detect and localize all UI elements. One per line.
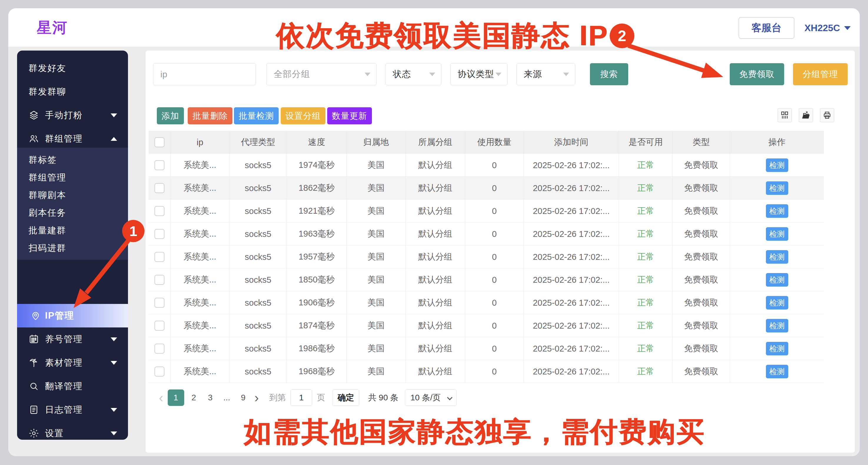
row-checkbox[interactable]: [154, 343, 164, 354]
cell-status: 正常: [619, 291, 673, 314]
confirm-page-button[interactable]: 确定: [332, 390, 359, 406]
sidebar-item-group-chat-script[interactable]: 群聊剧本: [17, 186, 128, 204]
cell-type: 免费领取: [673, 200, 730, 223]
row-checkbox[interactable]: [154, 229, 164, 239]
goto-page-input[interactable]: [290, 390, 312, 406]
columns-icon[interactable]: [778, 108, 792, 122]
sidebar-item-group-send-friends[interactable]: 群发好友: [17, 59, 128, 77]
batch-delete-button[interactable]: 批量删除: [188, 107, 232, 124]
sidebar-item-group-tags[interactable]: 群标签: [17, 151, 128, 169]
column-header: 操作: [730, 131, 824, 154]
select-all-checkbox[interactable]: [154, 137, 164, 147]
cell-actions: 检测: [730, 154, 824, 177]
sidebar-item-manual-fans[interactable]: 手动打粉: [17, 106, 128, 124]
cell-region: 美国: [347, 360, 406, 383]
sidebar-item-script-tasks[interactable]: 剧本任务: [17, 204, 128, 222]
cell-added-time: 2025-02-26 17:02:...: [524, 291, 619, 314]
prev-page-icon[interactable]: ‹: [156, 390, 166, 406]
set-group-button[interactable]: 设置分组: [281, 107, 326, 124]
check-button[interactable]: 检测: [766, 296, 788, 309]
page-button[interactable]: 2: [187, 390, 201, 406]
cell-region: 美国: [347, 314, 406, 337]
next-page-icon[interactable]: ›: [252, 390, 262, 406]
page-button[interactable]: 3: [204, 390, 217, 406]
sidebar-item-ip-management[interactable]: IP管理: [17, 304, 128, 327]
row-checkbox[interactable]: [154, 206, 164, 216]
cell-type: 免费领取: [673, 268, 730, 291]
row-checkbox-cell: [149, 154, 170, 177]
table-row: 系统美...socks51921毫秒美国默认分组02025-02-26 17:0…: [149, 200, 824, 223]
export-icon[interactable]: [799, 108, 813, 122]
per-page-select[interactable]: 10 条/页: [405, 390, 457, 406]
sidebar-item-scan-join-group[interactable]: 扫码进群: [17, 239, 128, 257]
check-button[interactable]: 检测: [766, 250, 788, 264]
group-manage-button[interactable]: 分组管理: [793, 63, 848, 85]
sidebar-item-group-manage[interactable]: 群组管理: [17, 169, 128, 186]
sidebar-item-log-management[interactable]: 日志管理: [17, 401, 128, 419]
status-filter-select[interactable]: 状态: [385, 63, 441, 85]
batch-check-button[interactable]: 批量检测: [234, 107, 279, 124]
table-row: 系统美...socks51968毫秒美国默认分组02025-02-26 17:0…: [149, 360, 824, 383]
page-button[interactable]: 9: [237, 390, 250, 406]
count-update-button[interactable]: 数量更新: [327, 107, 372, 124]
check-button[interactable]: 检测: [766, 204, 788, 218]
check-button[interactable]: 检测: [766, 181, 788, 195]
column-header: 添加时间: [524, 131, 619, 154]
check-button[interactable]: 检测: [766, 342, 788, 355]
cell-proxy-type: socks5: [229, 360, 287, 383]
row-checkbox[interactable]: [154, 298, 164, 308]
sidebar-item-group-send-chats[interactable]: 群发群聊: [17, 83, 128, 101]
cell-proxy-type: socks5: [229, 223, 287, 245]
row-checkbox[interactable]: [154, 321, 164, 331]
check-button[interactable]: 检测: [766, 319, 788, 332]
ip-search-input[interactable]: [153, 63, 256, 85]
sidebar-item-translation-management[interactable]: 翻译管理: [17, 377, 128, 395]
row-checkbox[interactable]: [154, 252, 164, 262]
cell-proxy-type: socks5: [229, 154, 287, 177]
row-checkbox[interactable]: [154, 160, 164, 170]
status-filter-value: 状态: [393, 68, 411, 80]
protocol-filter-select[interactable]: 协议类型: [450, 63, 507, 85]
source-filter-value: 来源: [524, 68, 542, 80]
header-checkbox-cell: [149, 131, 170, 154]
cell-use-count: 0: [465, 291, 524, 314]
sidebar-item-settings[interactable]: 设置: [17, 425, 128, 440]
check-button[interactable]: 检测: [766, 365, 788, 378]
check-button[interactable]: 检测: [766, 227, 788, 241]
row-checkbox[interactable]: [154, 367, 164, 376]
per-page-value: 10 条/页: [410, 392, 441, 403]
cell-proxy-type: socks5: [229, 314, 287, 337]
cell-use-count: 0: [465, 223, 524, 245]
group-filter-select[interactable]: 全部分组: [266, 63, 377, 85]
sidebar-item-label: 群组管理: [29, 172, 66, 184]
sidebar-item-label: 设置: [45, 427, 64, 439]
sidebar-item-group-management[interactable]: 群组管理: [17, 130, 128, 147]
cell-type: 免费领取: [673, 154, 730, 177]
check-button[interactable]: 检测: [766, 273, 788, 287]
cell-proxy-type: socks5: [229, 337, 287, 360]
print-icon[interactable]: [820, 108, 834, 122]
page-button[interactable]: 1: [168, 390, 184, 406]
cell-actions: 检测: [730, 314, 824, 337]
cell-actions: 检测: [730, 360, 824, 383]
row-checkbox-cell: [149, 223, 170, 245]
account-menu[interactable]: XH225C: [804, 17, 850, 39]
row-checkbox[interactable]: [154, 275, 164, 285]
support-desk-button[interactable]: 客服台: [739, 17, 795, 39]
search-button[interactable]: 搜索: [590, 63, 628, 85]
cell-region: 美国: [347, 291, 406, 314]
sidebar-item-material-management[interactable]: 素材管理: [17, 354, 128, 371]
source-filter-select[interactable]: 来源: [517, 63, 575, 85]
cell-speed: 1986毫秒: [287, 337, 347, 360]
sidebar-item-batch-create-groups[interactable]: 批量建群: [17, 222, 128, 239]
table-row: 系统美...socks51974毫秒美国默认分组02025-02-26 17:0…: [149, 154, 824, 177]
check-button[interactable]: 检测: [766, 159, 788, 172]
row-checkbox-cell: [149, 200, 170, 223]
cell-use-count: 0: [465, 177, 524, 200]
sidebar-item-account-nurture[interactable]: 养号管理: [17, 330, 128, 348]
row-checkbox[interactable]: [154, 183, 164, 193]
add-button[interactable]: 添加: [157, 107, 184, 124]
sidebar-item-label: 群发群聊: [29, 86, 66, 98]
cell-type: 免费领取: [673, 337, 730, 360]
free-claim-button[interactable]: 免费领取: [730, 63, 784, 85]
